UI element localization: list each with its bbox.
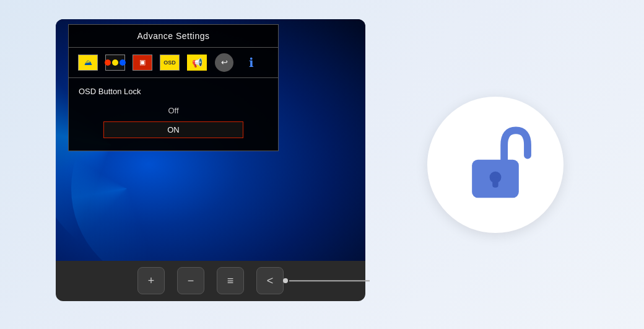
dot-yellow — [112, 59, 118, 66]
info-icon-symbol: ℹ — [249, 55, 254, 70]
osd-option-on[interactable]: ON — [103, 121, 243, 138]
connector-line-svg — [289, 280, 370, 281]
minus-button[interactable]: − — [177, 267, 204, 294]
image-icon-box: ⛰ — [78, 55, 98, 71]
lock-area — [372, 97, 619, 233]
monitor-controls-bar: + − ≡ < — [56, 261, 365, 301]
osd-section-title: OSD Button Lock — [79, 87, 268, 96]
audio-icon-box: 📢 — [187, 55, 207, 71]
osd-content: OSD Button Lock Off ON — [69, 78, 278, 151]
info-menu-icon[interactable]: ℹ — [241, 54, 262, 71]
dot-blue — [120, 59, 126, 66]
osd-title: Advance Settings — [69, 25, 278, 48]
back-button[interactable]: < — [256, 267, 284, 294]
osd-overlay: Advance Settings ⛰ — [68, 24, 279, 151]
monitor-wrapper: Advance Settings ⛰ — [50, 19, 372, 310]
connector-dot — [283, 278, 288, 283]
color-menu-icon[interactable] — [105, 54, 126, 71]
advanced-menu-icon[interactable]: ▣ — [132, 54, 153, 71]
svg-rect-2 — [492, 177, 498, 188]
osd-option-off[interactable]: Off — [79, 103, 268, 118]
input-icon-box: ↩ — [215, 53, 233, 72]
main-container: Advance Settings ⛰ — [0, 0, 644, 329]
osd-icon-box: OSD — [160, 55, 180, 71]
audio-menu-icon[interactable]: 📢 — [186, 54, 207, 71]
connector-line — [289, 280, 370, 281]
plus-button[interactable]: + — [137, 267, 165, 294]
monitor-screen: Advance Settings ⛰ — [56, 19, 365, 261]
menu-button[interactable]: ≡ — [217, 267, 244, 294]
input-menu-icon[interactable]: ↩ — [214, 54, 235, 71]
lock-icon — [455, 125, 536, 205]
osd-icons-row: ⛰ — [69, 48, 278, 78]
advanced-icon-box: ▣ — [133, 55, 152, 71]
dot-red — [105, 59, 111, 66]
osd-menu-icon[interactable]: OSD — [159, 54, 180, 71]
lock-circle — [427, 97, 564, 233]
color-dots — [105, 59, 126, 66]
image-menu-icon[interactable]: ⛰ — [77, 54, 98, 71]
